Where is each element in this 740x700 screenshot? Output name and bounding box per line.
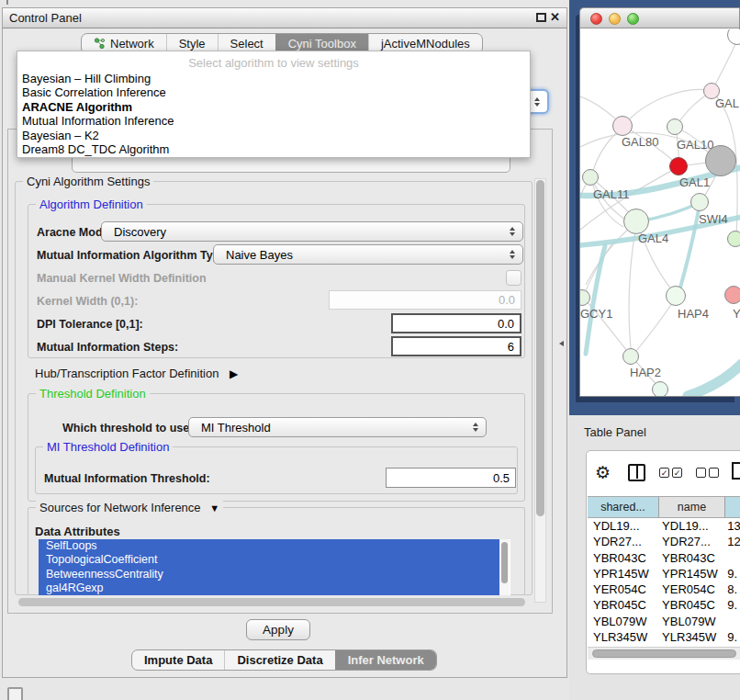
kernel-width-label: Kernel Width (0,1):: [37, 295, 138, 308]
dpi-tolerance-field[interactable]: 0.0: [391, 313, 521, 333]
splitter-arrow-icon[interactable]: [559, 341, 564, 346]
algorithm-popup-placeholder: Select algorithm to view settings: [17, 51, 530, 72]
table-row[interactable]: YER054CYER054C8.: [588, 581, 740, 597]
node-label-gal4: GAL4: [638, 231, 668, 245]
node-hap2[interactable]: [622, 348, 639, 365]
node-gal11[interactable]: [582, 169, 599, 186]
table-row[interactable]: YDL19...YDL19...13: [588, 518, 740, 534]
node[interactable]: [727, 231, 740, 247]
tab-infer-network[interactable]: Infer Network: [335, 650, 436, 670]
export-table-icon[interactable]: [732, 462, 740, 480]
hub-definition-toggle[interactable]: Hub/Transcription Factor Definition ▶: [35, 367, 238, 380]
node-gal4[interactable]: [623, 209, 649, 234]
tab-impute-data-label: Impute Data: [144, 653, 212, 667]
node[interactable]: [705, 145, 736, 176]
table-cell: 8.: [723, 582, 740, 596]
node-label-gal80: GAL80: [622, 135, 658, 149]
algorithm-option-dream8-dc-tdc-algorithm[interactable]: Dream8 DC_TDC Algorithm: [17, 142, 530, 156]
select-all-icon[interactable]: ✓✓: [659, 468, 682, 478]
tab-jactivemnodules-label: jActiveMNodules: [381, 37, 470, 51]
minimized-panel-icon[interactable]: [7, 687, 23, 700]
node-y[interactable]: [724, 286, 740, 304]
tab-network-label: Network: [110, 37, 154, 51]
algorithm-option-basic-correlation-inference[interactable]: Basic Correlation Inference: [17, 85, 530, 99]
node-gal10[interactable]: [667, 119, 683, 135]
zoom-traffic-light[interactable]: [627, 13, 639, 25]
table-row[interactable]: YLR345WYLR345W9.: [588, 629, 740, 645]
table-cell: 9.: [723, 567, 740, 581]
minimize-traffic-light[interactable]: [609, 13, 621, 25]
deselect-all-icon[interactable]: [696, 468, 719, 478]
network-icon: [94, 38, 106, 50]
threshold-definition-title: Threshold Definition: [36, 387, 150, 401]
table-cell: YPR145W: [658, 567, 723, 581]
apply-button[interactable]: Apply: [246, 619, 310, 640]
table-row[interactable]: YBL079WYBL079W: [588, 614, 740, 629]
mi-steps-field[interactable]: 6: [391, 336, 521, 356]
node-hap4[interactable]: [666, 286, 686, 306]
expand-right-icon: ▶: [230, 367, 238, 380]
table-rows: YDL19...YDL19...13YDR27...YDR27...12YBR0…: [588, 518, 740, 660]
which-threshold-select[interactable]: MI Threshold: [188, 417, 487, 437]
table-cell: YBR043C: [588, 551, 658, 565]
close-traffic-light[interactable]: [590, 13, 602, 25]
network-canvas[interactable]: GALGAL80GAL10GAL1GAL11GAL4SWI4GCY1HAP4YH…: [580, 29, 740, 396]
mi-threshold-field[interactable]: 0.5: [386, 468, 516, 488]
hub-definition-label: Hub/Transcription Factor Definition: [35, 367, 219, 380]
split-columns-icon[interactable]: [628, 464, 645, 481]
table-cell: 13: [723, 519, 740, 533]
settings-horizontal-scrollbar-thumb[interactable]: [18, 598, 525, 606]
combo-stepper-icon: [534, 97, 540, 107]
attribute-gal4rgexp[interactable]: gal4RGexp: [39, 581, 506, 595]
algorithm-option-aracne-algorithm[interactable]: ARACNE Algorithm: [17, 100, 530, 114]
which-threshold-label: Which threshold to use:: [62, 422, 193, 435]
table-row[interactable]: YBR043CYBR043C: [588, 550, 740, 566]
tab-infer-network-label: Infer Network: [348, 653, 424, 667]
collapse-down-icon: ▼: [209, 502, 219, 514]
node-swi4[interactable]: [690, 193, 709, 211]
attribute-selfloops[interactable]: SelfLoops: [39, 539, 506, 553]
table-cell: YER054C: [658, 582, 723, 596]
table-cell: 9.: [723, 630, 740, 644]
node-label-y: Y: [733, 307, 740, 321]
float-window-icon[interactable]: [536, 13, 546, 22]
table-row[interactable]: YPR145WYPR145W9.: [588, 566, 740, 581]
control-panel-titlebar: [2, 7, 567, 28]
node-label-gal1: GAL1: [679, 175, 710, 189]
algorithm-option-bayesian-k2[interactable]: Bayesian – K2: [17, 129, 530, 142]
close-icon[interactable]: ✕: [550, 10, 560, 24]
column-header-extra[interactable]: [725, 497, 740, 517]
node[interactable]: [652, 381, 668, 396]
column-header-name[interactable]: name: [659, 497, 725, 517]
manual-kernel-checkbox[interactable]: [506, 270, 521, 286]
tab-discretize-data[interactable]: Discretize Data: [224, 650, 334, 670]
node-gal1[interactable]: [669, 157, 688, 175]
which-threshold-value: MI Threshold: [201, 421, 271, 435]
column-header-shared[interactable]: shared...: [588, 497, 659, 517]
tab-style-label: Style: [179, 37, 206, 51]
gear-icon[interactable]: ⚙: [595, 462, 611, 483]
table-cell: YLR345W: [658, 630, 723, 644]
tab-impute-data[interactable]: Impute Data: [132, 650, 224, 670]
settings-vertical-scrollbar-thumb[interactable]: [536, 180, 544, 516]
attributes-scrollbar[interactable]: [499, 539, 510, 595]
attribute-betweennesscentrality[interactable]: BetweennessCentrality: [39, 568, 506, 581]
algorithm-option-bayesian-hill-climbing[interactable]: Bayesian – Hill Climbing: [17, 72, 530, 85]
node-label-swi4: SWI4: [699, 212, 728, 226]
table-row[interactable]: YBR045CYBR045C9.: [588, 597, 740, 613]
table-cell: YBR045C: [658, 598, 723, 612]
node-gal80[interactable]: [612, 116, 633, 136]
algorithm-option-mutual-information-inference[interactable]: Mutual Information Inference: [17, 114, 530, 128]
tab-discretize-data-label: Discretize Data: [237, 653, 322, 667]
mi-type-select[interactable]: Naive Bayes: [213, 244, 523, 265]
kernel-width-field[interactable]: 0.0: [329, 290, 521, 310]
table-cell: YLR345W: [588, 630, 658, 644]
algorithm-definition-title: Algorithm Definition: [36, 198, 147, 211]
aracne-mode-select[interactable]: Discovery: [101, 221, 523, 242]
table-cell: YBR045C: [588, 598, 658, 612]
attribute-topologicalcoefficient[interactable]: TopologicalCoefficient: [39, 553, 506, 567]
mi-steps-label: Mutual Information Steps:: [37, 341, 178, 354]
table-horizontal-scrollbar-thumb[interactable]: [592, 649, 736, 658]
table-row[interactable]: YDR27...YDR27...12: [588, 534, 740, 549]
sources-toggle[interactable]: Sources for Network Inference ▼: [36, 501, 223, 515]
